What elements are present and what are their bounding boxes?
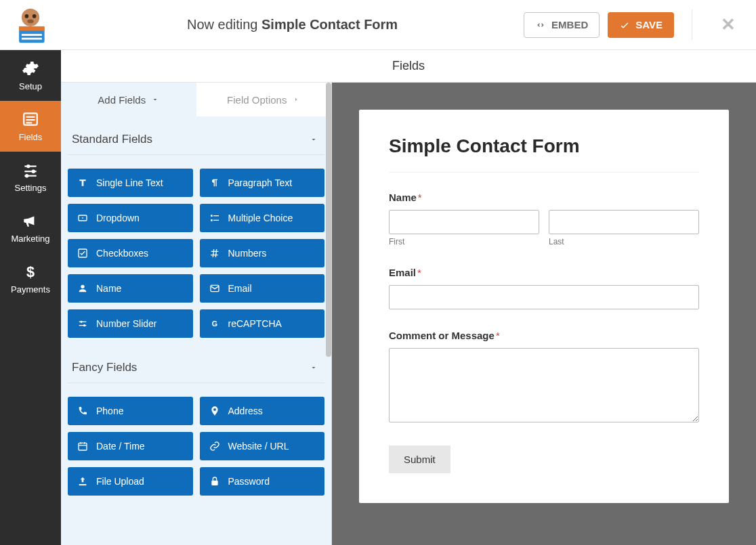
required-marker: * bbox=[417, 267, 421, 278]
field-label: Multiple Choice bbox=[228, 213, 293, 223]
first-sublabel: First bbox=[389, 237, 539, 246]
main-area: Fields Add Fields Field Options Standard… bbox=[61, 50, 756, 545]
field-paragraph-text[interactable]: Paragraph Text bbox=[200, 169, 325, 197]
svg-text:$: $ bbox=[26, 263, 35, 280]
editing-prefix: Now editing bbox=[187, 17, 258, 32]
header-title: Now editing Simple Contact Form bbox=[61, 17, 524, 32]
label-text: Name bbox=[389, 192, 417, 203]
form-card[interactable]: Simple Contact Form Name* First Last bbox=[359, 110, 729, 503]
svg-rect-6 bbox=[22, 34, 42, 36]
comment-label: Comment or Message* bbox=[389, 330, 699, 341]
vnav-marketing[interactable]: Marketing bbox=[0, 202, 61, 253]
field-label: Password bbox=[228, 476, 270, 487]
field-label: Address bbox=[228, 406, 263, 416]
chevron-down-icon bbox=[310, 135, 318, 144]
name-row: First Last bbox=[389, 210, 699, 246]
vnav-label: Payments bbox=[11, 284, 50, 295]
tab-field-options[interactable]: Field Options bbox=[196, 83, 332, 116]
link-icon bbox=[209, 441, 220, 452]
save-button[interactable]: SAVE bbox=[608, 12, 674, 38]
user-icon bbox=[77, 283, 88, 294]
field-email[interactable]: Email bbox=[200, 274, 325, 303]
email-input[interactable] bbox=[389, 285, 699, 309]
svg-point-30 bbox=[83, 324, 85, 326]
gear-icon bbox=[22, 60, 39, 77]
app-header: Now editing Simple Contact Form EMBED SA… bbox=[0, 0, 756, 50]
group-header-standard[interactable]: Standard Fields bbox=[68, 116, 324, 155]
svg-point-25 bbox=[81, 285, 84, 288]
svg-rect-20 bbox=[211, 215, 213, 217]
svg-text:G: G bbox=[211, 320, 217, 328]
field-label: Numbers bbox=[228, 248, 267, 259]
hash-icon bbox=[209, 248, 220, 259]
group-title: Standard Fields bbox=[72, 133, 152, 146]
vnav-fields[interactable]: Fields bbox=[0, 101, 61, 152]
comment-textarea[interactable] bbox=[389, 348, 699, 422]
last-name-input[interactable] bbox=[549, 210, 699, 234]
field-file-upload[interactable]: File Upload bbox=[68, 467, 193, 496]
vnav-payments[interactable]: $ Payments bbox=[0, 253, 61, 304]
vertical-nav: Setup Fields Settings Marketing $ Paymen… bbox=[0, 50, 61, 545]
field-label: Date / Time bbox=[96, 441, 145, 452]
content: Add Fields Field Options Standard Fields… bbox=[61, 83, 756, 545]
label-text: Comment or Message bbox=[389, 330, 495, 341]
field-label: Single Line Text bbox=[96, 177, 163, 188]
svg-rect-36 bbox=[211, 481, 217, 485]
vnav-setup[interactable]: Setup bbox=[0, 50, 61, 101]
tab-add-fields[interactable]: Add Fields bbox=[61, 83, 196, 116]
field-website-url[interactable]: Website / URL bbox=[200, 432, 325, 460]
check-icon bbox=[77, 248, 88, 259]
field-dropdown[interactable]: Dropdown bbox=[68, 204, 193, 232]
tab-label: Add Fields bbox=[98, 94, 146, 106]
submit-button[interactable]: Submit bbox=[389, 445, 450, 473]
svg-rect-5 bbox=[19, 26, 45, 30]
first-name-col: First bbox=[389, 210, 539, 246]
field-numbers[interactable]: Numbers bbox=[200, 239, 325, 267]
field-checkboxes[interactable]: Checkboxes bbox=[68, 239, 193, 267]
pin-icon bbox=[209, 406, 220, 416]
chevron-down-icon bbox=[151, 95, 159, 104]
vnav-label: Marketing bbox=[11, 234, 49, 244]
vnav-label: Fields bbox=[19, 132, 43, 142]
svg-rect-32 bbox=[79, 443, 87, 450]
field-password[interactable]: Password bbox=[200, 467, 325, 496]
last-name-col: Last bbox=[549, 210, 699, 246]
group-header-fancy[interactable]: Fancy Fields bbox=[68, 345, 324, 383]
svg-point-1 bbox=[25, 14, 29, 18]
field-label: Phone bbox=[96, 406, 123, 416]
close-button[interactable]: ✕ bbox=[714, 14, 742, 35]
field-multiple-choice[interactable]: Multiple Choice bbox=[200, 204, 325, 232]
subheader-title: Fields bbox=[392, 59, 425, 73]
lock-icon bbox=[209, 476, 220, 487]
embed-label: EMBED bbox=[551, 19, 588, 30]
field-name[interactable]: Name bbox=[68, 274, 193, 303]
bullhorn-icon bbox=[22, 212, 39, 230]
field-label: File Upload bbox=[96, 476, 144, 487]
svg-point-0 bbox=[22, 8, 39, 26]
field-label: Number Slider bbox=[96, 318, 156, 329]
field-date-time[interactable]: Date / Time bbox=[68, 432, 193, 460]
form-icon bbox=[22, 110, 39, 128]
vnav-settings[interactable]: Settings bbox=[0, 152, 61, 202]
divider bbox=[692, 9, 692, 40]
tab-label: Field Options bbox=[227, 94, 287, 106]
svg-point-15 bbox=[32, 169, 35, 173]
label-text: Email bbox=[389, 267, 416, 278]
embed-button[interactable]: EMBED bbox=[524, 12, 600, 38]
side-body: Standard Fields Single Line Text Paragra… bbox=[61, 116, 331, 545]
vnav-label: Setup bbox=[19, 81, 42, 91]
first-name-input[interactable] bbox=[389, 210, 539, 234]
field-label: Email bbox=[228, 283, 252, 294]
svg-point-2 bbox=[33, 14, 37, 18]
submit-label: Submit bbox=[404, 454, 436, 465]
field-recaptcha[interactable]: GreCAPTCHA bbox=[200, 309, 325, 338]
chevron-down-icon bbox=[310, 364, 318, 372]
field-phone[interactable]: Phone bbox=[68, 397, 193, 425]
email-block: Email* bbox=[389, 267, 699, 309]
field-single-line-text[interactable]: Single Line Text bbox=[68, 169, 193, 197]
field-number-slider[interactable]: Number Slider bbox=[68, 309, 193, 338]
svg-rect-21 bbox=[213, 215, 219, 216]
field-address[interactable]: Address bbox=[200, 397, 325, 425]
svg-point-17 bbox=[25, 174, 28, 177]
text-icon bbox=[77, 177, 88, 188]
